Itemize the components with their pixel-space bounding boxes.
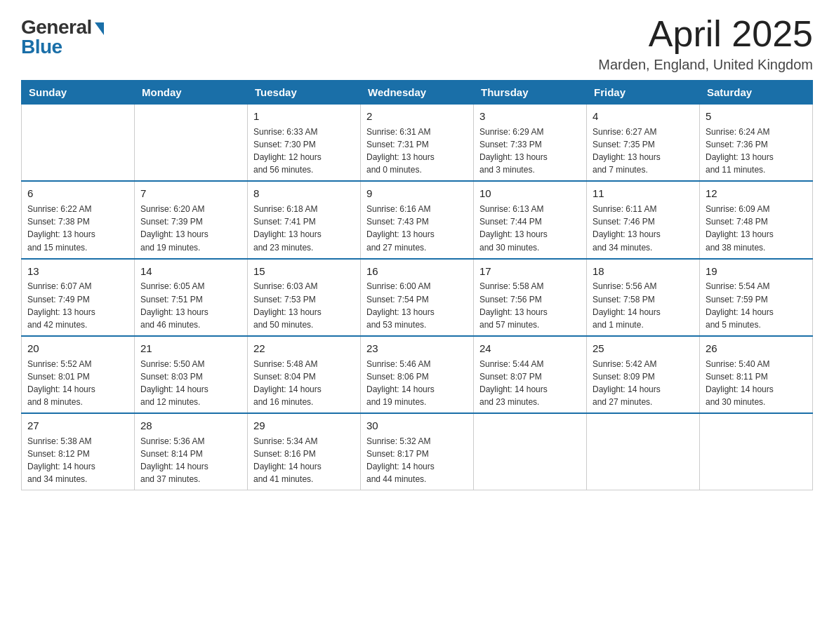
calendar-day-9: 9Sunrise: 6:16 AM Sunset: 7:43 PM Daylig… — [361, 181, 474, 258]
header-day-monday: Monday — [135, 81, 248, 105]
logo-blue-text: Blue — [21, 37, 62, 57]
calendar-week-1: 1Sunrise: 6:33 AM Sunset: 7:30 PM Daylig… — [22, 105, 813, 182]
title-block: April 2025 Marden, England, United Kingd… — [598, 14, 813, 73]
calendar-day-5: 5Sunrise: 6:24 AM Sunset: 7:36 PM Daylig… — [700, 105, 813, 182]
day-number: 25 — [593, 341, 694, 356]
day-info: Sunrise: 5:40 AM Sunset: 8:11 PM Dayligh… — [706, 359, 774, 407]
calendar-day-19: 19Sunrise: 5:54 AM Sunset: 7:59 PM Dayli… — [700, 259, 813, 336]
day-number: 8 — [253, 186, 355, 201]
calendar-day-4: 4Sunrise: 6:27 AM Sunset: 7:35 PM Daylig… — [587, 105, 700, 182]
calendar-day-26: 26Sunrise: 5:40 AM Sunset: 8:11 PM Dayli… — [700, 336, 813, 413]
day-number: 13 — [27, 264, 128, 279]
calendar-day-21: 21Sunrise: 5:50 AM Sunset: 8:03 PM Dayli… — [135, 336, 248, 413]
day-number: 15 — [253, 264, 355, 279]
day-info: Sunrise: 5:48 AM Sunset: 8:04 PM Dayligh… — [253, 359, 322, 407]
day-info: Sunrise: 6:05 AM Sunset: 7:51 PM Dayligh… — [140, 281, 208, 329]
day-number: 22 — [253, 341, 355, 356]
day-info: Sunrise: 5:34 AM Sunset: 8:16 PM Dayligh… — [253, 436, 322, 484]
day-info: Sunrise: 6:18 AM Sunset: 7:41 PM Dayligh… — [253, 204, 322, 252]
calendar-subtitle: Marden, England, United Kingdom — [598, 57, 813, 73]
day-number: 12 — [706, 186, 807, 201]
day-info: Sunrise: 6:11 AM Sunset: 7:46 PM Dayligh… — [593, 204, 661, 252]
day-number: 5 — [706, 109, 807, 124]
header-day-saturday: Saturday — [700, 81, 813, 105]
day-number: 14 — [140, 264, 241, 279]
day-number: 16 — [366, 264, 468, 279]
day-number: 26 — [706, 341, 807, 356]
calendar-day-12: 12Sunrise: 6:09 AM Sunset: 7:48 PM Dayli… — [700, 181, 813, 258]
day-info: Sunrise: 5:50 AM Sunset: 8:03 PM Dayligh… — [140, 359, 208, 407]
empty-cell — [587, 413, 700, 490]
calendar-week-5: 27Sunrise: 5:38 AM Sunset: 8:12 PM Dayli… — [22, 413, 813, 490]
day-info: Sunrise: 6:31 AM Sunset: 7:31 PM Dayligh… — [366, 127, 435, 175]
calendar-week-4: 20Sunrise: 5:52 AM Sunset: 8:01 PM Dayli… — [22, 336, 813, 413]
day-info: Sunrise: 5:52 AM Sunset: 8:01 PM Dayligh… — [27, 359, 95, 407]
page-header: General Blue April 2025 Marden, England,… — [21, 14, 813, 73]
calendar-day-7: 7Sunrise: 6:20 AM Sunset: 7:39 PM Daylig… — [135, 181, 248, 258]
day-info: Sunrise: 6:22 AM Sunset: 7:38 PM Dayligh… — [27, 204, 95, 252]
day-info: Sunrise: 6:29 AM Sunset: 7:33 PM Dayligh… — [479, 127, 548, 175]
day-info: Sunrise: 5:54 AM Sunset: 7:59 PM Dayligh… — [706, 281, 774, 329]
calendar-day-30: 30Sunrise: 5:32 AM Sunset: 8:17 PM Dayli… — [361, 413, 474, 490]
day-info: Sunrise: 6:07 AM Sunset: 7:49 PM Dayligh… — [27, 281, 95, 329]
calendar-week-3: 13Sunrise: 6:07 AM Sunset: 7:49 PM Dayli… — [22, 259, 813, 336]
header-day-friday: Friday — [587, 81, 700, 105]
day-number: 3 — [479, 109, 581, 124]
header-day-sunday: Sunday — [22, 81, 135, 105]
day-info: Sunrise: 6:33 AM Sunset: 7:30 PM Dayligh… — [253, 127, 322, 175]
day-number: 7 — [140, 186, 241, 201]
header-day-thursday: Thursday — [474, 81, 587, 105]
day-number: 24 — [479, 341, 581, 356]
calendar-day-22: 22Sunrise: 5:48 AM Sunset: 8:04 PM Dayli… — [248, 336, 361, 413]
day-number: 10 — [479, 186, 581, 201]
calendar-header: SundayMondayTuesdayWednesdayThursdayFrid… — [22, 81, 813, 105]
calendar-day-6: 6Sunrise: 6:22 AM Sunset: 7:38 PM Daylig… — [22, 181, 135, 258]
calendar-day-29: 29Sunrise: 5:34 AM Sunset: 8:16 PM Dayli… — [248, 413, 361, 490]
calendar-week-2: 6Sunrise: 6:22 AM Sunset: 7:38 PM Daylig… — [22, 181, 813, 258]
calendar-day-15: 15Sunrise: 6:03 AM Sunset: 7:53 PM Dayli… — [248, 259, 361, 336]
header-day-wednesday: Wednesday — [361, 81, 474, 105]
day-info: Sunrise: 6:20 AM Sunset: 7:39 PM Dayligh… — [140, 204, 208, 252]
calendar-day-16: 16Sunrise: 6:00 AM Sunset: 7:54 PM Dayli… — [361, 259, 474, 336]
calendar-day-28: 28Sunrise: 5:36 AM Sunset: 8:14 PM Dayli… — [135, 413, 248, 490]
empty-cell — [474, 413, 587, 490]
day-info: Sunrise: 5:44 AM Sunset: 8:07 PM Dayligh… — [479, 359, 548, 407]
day-number: 18 — [593, 264, 694, 279]
calendar-day-14: 14Sunrise: 6:05 AM Sunset: 7:51 PM Dayli… — [135, 259, 248, 336]
day-number: 2 — [366, 109, 468, 124]
calendar-day-17: 17Sunrise: 5:58 AM Sunset: 7:56 PM Dayli… — [474, 259, 587, 336]
day-info: Sunrise: 6:03 AM Sunset: 7:53 PM Dayligh… — [253, 281, 322, 329]
day-number: 19 — [706, 264, 807, 279]
day-info: Sunrise: 5:56 AM Sunset: 7:58 PM Dayligh… — [593, 281, 661, 329]
day-info: Sunrise: 5:58 AM Sunset: 7:56 PM Dayligh… — [479, 281, 548, 329]
empty-cell — [135, 105, 248, 182]
day-info: Sunrise: 5:36 AM Sunset: 8:14 PM Dayligh… — [140, 436, 208, 484]
calendar-day-24: 24Sunrise: 5:44 AM Sunset: 8:07 PM Dayli… — [474, 336, 587, 413]
calendar-day-13: 13Sunrise: 6:07 AM Sunset: 7:49 PM Dayli… — [22, 259, 135, 336]
day-info: Sunrise: 6:09 AM Sunset: 7:48 PM Dayligh… — [706, 204, 774, 252]
empty-cell — [22, 105, 135, 182]
day-number: 29 — [253, 418, 355, 434]
header-row: SundayMondayTuesdayWednesdayThursdayFrid… — [22, 81, 813, 105]
calendar-day-25: 25Sunrise: 5:42 AM Sunset: 8:09 PM Dayli… — [587, 336, 700, 413]
calendar-day-10: 10Sunrise: 6:13 AM Sunset: 7:44 PM Dayli… — [474, 181, 587, 258]
day-info: Sunrise: 6:24 AM Sunset: 7:36 PM Dayligh… — [706, 127, 774, 175]
day-info: Sunrise: 6:13 AM Sunset: 7:44 PM Dayligh… — [479, 204, 548, 252]
day-info: Sunrise: 5:38 AM Sunset: 8:12 PM Dayligh… — [27, 436, 95, 484]
calendar-day-11: 11Sunrise: 6:11 AM Sunset: 7:46 PM Dayli… — [587, 181, 700, 258]
day-info: Sunrise: 6:27 AM Sunset: 7:35 PM Dayligh… — [593, 127, 661, 175]
day-number: 27 — [27, 418, 128, 434]
calendar-day-1: 1Sunrise: 6:33 AM Sunset: 7:30 PM Daylig… — [248, 105, 361, 182]
calendar-day-20: 20Sunrise: 5:52 AM Sunset: 8:01 PM Dayli… — [22, 336, 135, 413]
header-day-tuesday: Tuesday — [248, 81, 361, 105]
logo-general-text: General — [21, 18, 92, 37]
day-info: Sunrise: 6:16 AM Sunset: 7:43 PM Dayligh… — [366, 204, 435, 252]
logo: General Blue — [21, 18, 104, 57]
day-info: Sunrise: 6:00 AM Sunset: 7:54 PM Dayligh… — [366, 281, 435, 329]
empty-cell — [700, 413, 813, 490]
day-number: 23 — [366, 341, 468, 356]
calendar-day-8: 8Sunrise: 6:18 AM Sunset: 7:41 PM Daylig… — [248, 181, 361, 258]
day-number: 6 — [27, 186, 128, 201]
calendar-day-2: 2Sunrise: 6:31 AM Sunset: 7:31 PM Daylig… — [361, 105, 474, 182]
logo-triangle-icon — [95, 22, 104, 35]
